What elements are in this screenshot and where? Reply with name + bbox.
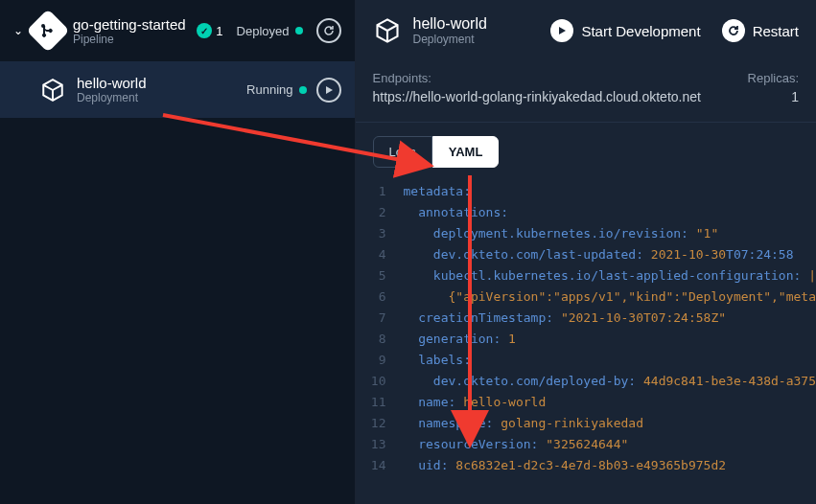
header-actions: Start Development Restart bbox=[550, 19, 799, 42]
status-dot-icon bbox=[299, 86, 307, 94]
endpoints-value[interactable]: https://hello-world-golang-rinkiyakedad.… bbox=[373, 89, 701, 104]
cube-icon bbox=[38, 76, 67, 104]
code-line: 8 generation: 1 bbox=[356, 329, 816, 350]
yaml-code[interactable]: 1metadata:2 annotations:3 deployment.kub… bbox=[356, 168, 816, 476]
start-development-button[interactable]: Start Development bbox=[550, 19, 700, 42]
code-line: 12 namespace: golang-rinkiyakedad bbox=[356, 413, 816, 434]
code-line: 4 dev.okteto.com/last-updated: 2021-10-3… bbox=[356, 244, 816, 265]
main-subtitle: Deployment bbox=[413, 33, 487, 46]
endpoints-block: Endpoints: https://hello-world-golang-ri… bbox=[373, 71, 701, 104]
main-title-block: hello-world Deployment bbox=[413, 15, 487, 46]
status-dot-icon bbox=[295, 27, 303, 34]
replicas-value: 1 bbox=[748, 89, 799, 104]
code-line: 10 dev.okteto.com/deployed-by: 44d9c841-… bbox=[356, 371, 816, 392]
deployment-subtitle: Deployment bbox=[77, 91, 147, 104]
info-row: Endpoints: https://hello-world-golang-ri… bbox=[356, 61, 816, 123]
code-line: 3 deployment.kubernetes.io/revision: "1" bbox=[356, 223, 816, 244]
replicas-block: Replicas: 1 bbox=[748, 71, 799, 104]
endpoints-label: Endpoints: bbox=[373, 71, 701, 85]
refresh-button[interactable] bbox=[316, 18, 341, 43]
code-line: 6 {"apiVersion":"apps/v1","kind":"Deploy… bbox=[356, 286, 816, 308]
restart-icon bbox=[722, 19, 745, 42]
sidebar: ⌄ go-getting-started Pipeline ✓ 1 Deploy… bbox=[0, 0, 356, 504]
deployment-status: Running bbox=[246, 82, 306, 97]
count-badge: ✓ 1 bbox=[197, 23, 222, 38]
pipeline-subtitle: Pipeline bbox=[73, 33, 186, 46]
deployment-row[interactable]: hello-world Deployment Running bbox=[0, 61, 355, 118]
git-branch-icon bbox=[26, 9, 69, 52]
main-header: hello-world Deployment Start Development… bbox=[356, 0, 816, 61]
deployment-title: hello-world bbox=[77, 75, 147, 91]
code-line: 2 annotations: bbox=[356, 202, 816, 223]
play-button[interactable] bbox=[316, 78, 341, 103]
tabs: Logs YAML bbox=[356, 123, 816, 168]
pipeline-text: go-getting-started Pipeline bbox=[73, 16, 186, 46]
code-line: 9 labels: bbox=[356, 350, 816, 371]
main-panel: hello-world Deployment Start Development… bbox=[356, 0, 816, 504]
deployment-text: hello-world Deployment bbox=[77, 75, 147, 104]
play-icon bbox=[550, 19, 573, 42]
code-line: 5 kubectl.kubernetes.io/last-applied-con… bbox=[356, 265, 816, 286]
cube-icon bbox=[373, 16, 402, 45]
tab-logs[interactable]: Logs bbox=[373, 136, 432, 168]
code-line: 11 name: hello-world bbox=[356, 392, 816, 413]
pipeline-status: Deployed bbox=[237, 24, 303, 38]
pipeline-title: go-getting-started bbox=[73, 16, 186, 33]
code-line: 7 creationTimestamp: "2021-10-30T07:24:5… bbox=[356, 308, 816, 329]
code-line: 1metadata: bbox=[356, 181, 816, 202]
main-title: hello-world bbox=[413, 15, 487, 33]
code-line: 14 uid: 8c6832e1-d2c3-4e7d-8b03-e49365b9… bbox=[356, 455, 816, 476]
chevron-down-icon[interactable]: ⌄ bbox=[13, 24, 23, 37]
check-icon: ✓ bbox=[197, 23, 212, 38]
code-line: 13 resourceVersion: "325624644" bbox=[356, 434, 816, 455]
replicas-label: Replicas: bbox=[748, 71, 799, 85]
restart-button[interactable]: Restart bbox=[722, 19, 799, 42]
deployment-meta: Running bbox=[246, 78, 340, 103]
count-value: 1 bbox=[216, 24, 222, 38]
tab-yaml[interactable]: YAML bbox=[432, 136, 500, 168]
pipeline-meta: ✓ 1 Deployed bbox=[197, 18, 340, 43]
pipeline-row[interactable]: ⌄ go-getting-started Pipeline ✓ 1 Deploy… bbox=[0, 0, 355, 61]
